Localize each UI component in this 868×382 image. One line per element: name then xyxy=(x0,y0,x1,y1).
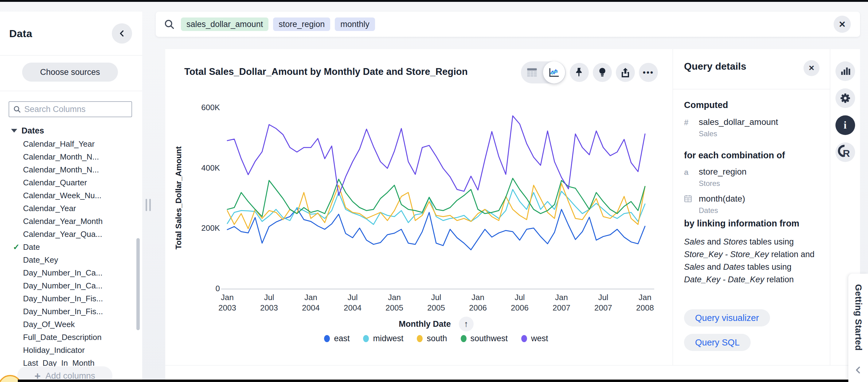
chart-options-button[interactable] xyxy=(835,61,855,81)
legend-dot xyxy=(417,335,423,342)
query-visualizer-button[interactable]: Query visualizer xyxy=(684,309,770,326)
legend-label: east xyxy=(334,334,349,343)
series-line-southwest xyxy=(227,178,645,217)
check-icon: ✓ xyxy=(13,242,20,252)
search-icon xyxy=(164,19,175,30)
svg-text:200K: 200K xyxy=(201,223,220,233)
column-label: Day_Number_In_Fis... xyxy=(23,307,103,316)
svg-text:2006: 2006 xyxy=(469,303,487,312)
svg-text:0: 0 xyxy=(216,284,220,293)
svg-text:2005: 2005 xyxy=(427,303,445,312)
legend-item-west[interactable]: west xyxy=(521,334,548,343)
sidebar-column-calendar-month-n-[interactable]: Calendar_Month_N... xyxy=(0,163,135,176)
svg-text:2007: 2007 xyxy=(594,303,612,312)
legend-item-south[interactable]: south xyxy=(417,334,447,343)
tree-group-label: Dates xyxy=(22,126,44,136)
sidebar-column-calendar-quarter[interactable]: Calendar_Quarter xyxy=(0,176,135,189)
combination-name: month(date) xyxy=(699,194,745,204)
data-sidebar: Data Choose sources Dates Calendar_Half_… xyxy=(0,12,142,382)
chart-legend: eastmidwestsouthsouthwestwest xyxy=(227,334,645,343)
sort-ascending-button[interactable]: ↑ xyxy=(459,317,474,332)
choose-sources-button[interactable]: Choose sources xyxy=(22,63,118,81)
column-label: Calendar_Half_Year xyxy=(23,139,95,149)
combination-name: store_region xyxy=(699,167,747,177)
sidebar-column-calendar-half-year[interactable]: Calendar_Half_Year xyxy=(0,137,135,150)
combination-source: Dates xyxy=(699,206,745,215)
sidebar-column-calendar-month-n-[interactable]: Calendar_Month_N... xyxy=(0,150,135,163)
sidebar-collapse-button[interactable] xyxy=(112,23,132,43)
chevron-left-icon xyxy=(118,29,126,38)
sidebar-scrollbar[interactable] xyxy=(136,238,140,330)
legend-item-east[interactable]: east xyxy=(324,334,349,343)
r-analysis-button[interactable]: R xyxy=(835,142,855,162)
sidebar-column-day-number-in-ca-[interactable]: Day_Number_In_Ca... xyxy=(0,279,135,292)
legend-item-midwest[interactable]: midwest xyxy=(363,334,403,343)
svg-text:Jul: Jul xyxy=(598,293,608,302)
panel-resize-handle[interactable] xyxy=(146,199,151,211)
query-details-info-button[interactable]: i xyxy=(835,115,855,135)
sidebar-column-calendar-year[interactable]: Calendar_Year xyxy=(0,202,135,215)
column-label: Calendar_Year xyxy=(23,204,76,213)
computed-item: # sales_dollar_amount Sales xyxy=(684,117,778,138)
info-icon: i xyxy=(844,119,846,131)
column-label: Calendar_Week_Nu... xyxy=(23,191,101,200)
column-label: Date xyxy=(23,242,40,252)
answer-card: Total Sales_Dollar_Amount by Monthly Dat… xyxy=(165,49,860,380)
svg-text:Jan: Jan xyxy=(388,293,401,302)
search-bar: sales_dollar_amountstore_regionmonthly ✕ xyxy=(156,12,860,37)
search-token-sales_dollar_amount[interactable]: sales_dollar_amount xyxy=(181,18,269,31)
column-label: Calendar_Month_N... xyxy=(23,165,99,175)
legend-dot xyxy=(521,335,527,342)
tree-group-dates[interactable]: Dates xyxy=(0,124,135,137)
column-label: Calendar_Year_Qua... xyxy=(23,230,102,239)
legend-dot xyxy=(461,335,467,342)
linking-line: Date_Key - Date_Key relation xyxy=(684,273,819,286)
column-tree: Dates Calendar_Half_YearCalendar_Month_N… xyxy=(0,124,135,370)
sidebar-column-full-date-description[interactable]: Full_Date_Description xyxy=(0,331,135,344)
sidebar-column-calendar-year-qua-[interactable]: Calendar_Year_Qua... xyxy=(0,228,135,241)
linking-description: Sales and Stores tables usingStore_Key -… xyxy=(684,236,819,286)
svg-text:Jan: Jan xyxy=(304,293,317,302)
sidebar-column-holiday-indicator[interactable]: Holiday_Indicator xyxy=(0,344,135,356)
card-footer-divider xyxy=(165,365,860,366)
legend-item-southwest[interactable]: southwest xyxy=(461,334,508,343)
svg-text:2003: 2003 xyxy=(260,303,278,312)
svg-text:400K: 400K xyxy=(201,163,220,172)
sidebar-column-day-number-in-fis-[interactable]: Day_Number_In_Fis... xyxy=(0,292,135,305)
sidebar-column-day-of-week[interactable]: Day_Of_Week xyxy=(0,318,135,331)
getting-started-flap[interactable]: Getting Started xyxy=(848,274,868,382)
clear-search-button[interactable]: ✕ xyxy=(834,15,851,33)
sidebar-column-calendar-week-nu-[interactable]: Calendar_Week_Nu... xyxy=(0,189,135,202)
svg-text:2003: 2003 xyxy=(218,303,236,312)
chevron-left-icon xyxy=(855,366,862,374)
getting-started-label: Getting Started xyxy=(853,284,863,351)
computed-name: sales_dollar_amount xyxy=(699,117,778,127)
query-details-panel: Query details ✕ Computed # sales_dollar_… xyxy=(673,49,830,365)
computed-heading: Computed xyxy=(684,100,728,110)
window-bottom-edge xyxy=(18,380,868,382)
search-token-monthly[interactable]: monthly xyxy=(335,18,375,31)
svg-text:2004: 2004 xyxy=(302,303,320,312)
configure-button[interactable] xyxy=(835,89,855,108)
close-query-details-button[interactable]: ✕ xyxy=(804,60,819,76)
column-label: Holiday_Indicator xyxy=(23,346,85,355)
search-token-store_region[interactable]: store_region xyxy=(273,18,330,31)
search-tokens: sales_dollar_amountstore_regionmonthly xyxy=(181,18,375,31)
sidebar-column-date[interactable]: ✓Date xyxy=(0,241,135,253)
measure-hash-icon: # xyxy=(684,117,693,138)
legend-label: southwest xyxy=(470,334,508,343)
query-details-title: Query details xyxy=(684,61,746,72)
sidebar-column-day-number-in-ca-[interactable]: Day_Number_In_Ca... xyxy=(0,266,135,279)
svg-text:600K: 600K xyxy=(201,103,220,112)
sidebar-column-calendar-year-month[interactable]: Calendar_Year_Month xyxy=(0,215,135,228)
svg-text:Jul: Jul xyxy=(515,293,525,302)
svg-text:Jul: Jul xyxy=(347,293,358,302)
query-sql-button[interactable]: Query SQL xyxy=(684,334,751,351)
gear-icon xyxy=(840,93,851,104)
svg-text:2004: 2004 xyxy=(344,303,362,312)
column-label: Calendar_Year_Month xyxy=(23,217,102,226)
combination-item: a store_region Stores xyxy=(684,167,747,188)
sidebar-column-date-key[interactable]: Date_Key xyxy=(0,253,135,266)
search-columns-input[interactable] xyxy=(24,105,128,114)
sidebar-column-day-number-in-fis-[interactable]: Day_Number_In_Fis... xyxy=(0,305,135,318)
